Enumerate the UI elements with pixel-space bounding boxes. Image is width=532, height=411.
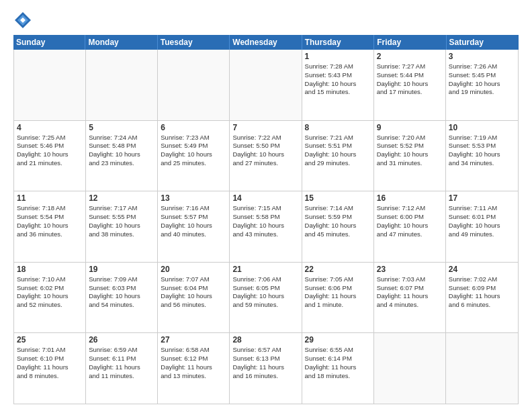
day-number: 27 xyxy=(161,335,226,345)
cal-cell: 21Sunrise: 7:06 AM Sunset: 6:05 PM Dayli… xyxy=(230,263,302,333)
day-info: Sunrise: 7:21 AM Sunset: 5:51 PM Dayligh… xyxy=(305,134,371,168)
day-number: 28 xyxy=(232,335,298,345)
cal-cell: 8Sunrise: 7:21 AM Sunset: 5:51 PM Daylig… xyxy=(302,121,374,191)
cal-cell xyxy=(230,50,302,120)
day-number: 10 xyxy=(449,123,515,132)
day-info: Sunrise: 7:03 AM Sunset: 6:07 PM Dayligh… xyxy=(377,275,443,310)
day-info: Sunrise: 7:05 AM Sunset: 6:06 PM Dayligh… xyxy=(305,275,371,310)
calendar: SundayMondayTuesdayWednesdayThursdayFrid… xyxy=(13,35,519,404)
cal-cell: 23Sunrise: 7:03 AM Sunset: 6:07 PM Dayli… xyxy=(374,263,446,333)
cal-cell xyxy=(14,50,86,120)
day-info: Sunrise: 7:09 AM Sunset: 6:03 PM Dayligh… xyxy=(89,275,154,310)
day-number: 19 xyxy=(89,265,154,274)
day-number: 4 xyxy=(17,123,83,132)
day-info: Sunrise: 6:57 AM Sunset: 6:13 PM Dayligh… xyxy=(232,346,298,380)
cal-cell: 27Sunrise: 6:58 AM Sunset: 6:12 PM Dayli… xyxy=(158,333,230,404)
cal-week-4: 18Sunrise: 7:10 AM Sunset: 6:02 PM Dayli… xyxy=(14,263,518,334)
cal-cell xyxy=(446,333,518,404)
day-number: 13 xyxy=(161,193,226,203)
day-info: Sunrise: 7:28 AM Sunset: 5:43 PM Dayligh… xyxy=(305,62,371,97)
calendar-body: 1Sunrise: 7:28 AM Sunset: 5:43 PM Daylig… xyxy=(13,50,519,404)
day-info: Sunrise: 7:17 AM Sunset: 5:55 PM Dayligh… xyxy=(89,204,154,238)
cal-week-1: 1Sunrise: 7:28 AM Sunset: 5:43 PM Daylig… xyxy=(14,50,518,121)
day-number: 26 xyxy=(89,335,154,345)
day-info: Sunrise: 7:11 AM Sunset: 6:01 PM Dayligh… xyxy=(449,204,515,238)
day-info: Sunrise: 7:20 AM Sunset: 5:52 PM Dayligh… xyxy=(377,134,443,168)
day-number: 21 xyxy=(232,265,298,274)
day-info: Sunrise: 6:58 AM Sunset: 6:12 PM Dayligh… xyxy=(161,346,226,380)
cal-cell xyxy=(374,333,446,404)
cal-week-2: 4Sunrise: 7:25 AM Sunset: 5:46 PM Daylig… xyxy=(14,121,518,192)
day-number: 16 xyxy=(377,193,443,203)
cal-cell: 11Sunrise: 7:18 AM Sunset: 5:54 PM Dayli… xyxy=(14,191,86,262)
day-info: Sunrise: 7:22 AM Sunset: 5:50 PM Dayligh… xyxy=(232,134,298,168)
cal-header-friday: Friday xyxy=(374,35,446,50)
day-number: 20 xyxy=(161,265,226,274)
day-number: 29 xyxy=(305,335,371,345)
header xyxy=(13,11,519,30)
cal-cell: 25Sunrise: 7:01 AM Sunset: 6:10 PM Dayli… xyxy=(14,333,86,404)
cal-cell: 6Sunrise: 7:23 AM Sunset: 5:49 PM Daylig… xyxy=(158,121,230,191)
cal-cell: 18Sunrise: 7:10 AM Sunset: 6:02 PM Dayli… xyxy=(14,263,86,333)
cal-cell xyxy=(86,50,158,120)
cal-cell: 3Sunrise: 7:26 AM Sunset: 5:45 PM Daylig… xyxy=(446,50,518,120)
cal-cell: 13Sunrise: 7:16 AM Sunset: 5:57 PM Dayli… xyxy=(158,191,230,262)
cal-cell: 9Sunrise: 7:20 AM Sunset: 5:52 PM Daylig… xyxy=(374,121,446,191)
cal-header-tuesday: Tuesday xyxy=(158,35,230,50)
day-number: 7 xyxy=(232,123,298,132)
day-info: Sunrise: 7:06 AM Sunset: 6:05 PM Dayligh… xyxy=(232,275,298,310)
cal-cell: 5Sunrise: 7:24 AM Sunset: 5:48 PM Daylig… xyxy=(86,121,158,191)
day-number: 17 xyxy=(449,193,515,203)
calendar-header-row: SundayMondayTuesdayWednesdayThursdayFrid… xyxy=(13,35,519,50)
logo xyxy=(13,11,35,30)
cal-cell: 20Sunrise: 7:07 AM Sunset: 6:04 PM Dayli… xyxy=(158,263,230,333)
day-number: 12 xyxy=(89,193,154,203)
day-info: Sunrise: 7:12 AM Sunset: 6:00 PM Dayligh… xyxy=(377,204,443,238)
day-number: 15 xyxy=(305,193,371,203)
cal-cell: 22Sunrise: 7:05 AM Sunset: 6:06 PM Dayli… xyxy=(302,263,374,333)
day-number: 11 xyxy=(17,193,83,203)
cal-cell: 12Sunrise: 7:17 AM Sunset: 5:55 PM Dayli… xyxy=(86,191,158,262)
day-info: Sunrise: 7:27 AM Sunset: 5:44 PM Dayligh… xyxy=(377,62,443,97)
day-info: Sunrise: 7:01 AM Sunset: 6:10 PM Dayligh… xyxy=(17,346,83,380)
cal-cell: 19Sunrise: 7:09 AM Sunset: 6:03 PM Dayli… xyxy=(86,263,158,333)
cal-cell: 1Sunrise: 7:28 AM Sunset: 5:43 PM Daylig… xyxy=(302,50,374,120)
day-number: 18 xyxy=(17,265,83,274)
day-info: Sunrise: 7:23 AM Sunset: 5:49 PM Dayligh… xyxy=(161,134,226,168)
day-info: Sunrise: 7:24 AM Sunset: 5:48 PM Dayligh… xyxy=(89,134,154,168)
day-number: 9 xyxy=(377,123,443,132)
page: SundayMondayTuesdayWednesdayThursdayFrid… xyxy=(0,0,532,411)
day-number: 14 xyxy=(232,193,298,203)
cal-header-sunday: Sunday xyxy=(13,35,85,50)
day-info: Sunrise: 7:16 AM Sunset: 5:57 PM Dayligh… xyxy=(161,204,226,238)
day-info: Sunrise: 7:10 AM Sunset: 6:02 PM Dayligh… xyxy=(17,275,83,310)
cal-header-wednesday: Wednesday xyxy=(230,35,302,50)
cal-cell: 28Sunrise: 6:57 AM Sunset: 6:13 PM Dayli… xyxy=(230,333,302,404)
day-number: 23 xyxy=(377,265,443,274)
logo-icon xyxy=(13,11,32,30)
cal-cell: 29Sunrise: 6:55 AM Sunset: 6:14 PM Dayli… xyxy=(302,333,374,404)
day-info: Sunrise: 7:14 AM Sunset: 5:59 PM Dayligh… xyxy=(305,204,371,238)
day-info: Sunrise: 7:26 AM Sunset: 5:45 PM Dayligh… xyxy=(449,62,515,97)
day-number: 5 xyxy=(89,123,154,132)
cal-header-thursday: Thursday xyxy=(302,35,374,50)
cal-header-saturday: Saturday xyxy=(447,35,519,50)
cal-cell: 26Sunrise: 6:59 AM Sunset: 6:11 PM Dayli… xyxy=(86,333,158,404)
cal-cell: 16Sunrise: 7:12 AM Sunset: 6:00 PM Dayli… xyxy=(374,191,446,262)
cal-cell: 17Sunrise: 7:11 AM Sunset: 6:01 PM Dayli… xyxy=(446,191,518,262)
cal-header-monday: Monday xyxy=(85,35,157,50)
day-number: 22 xyxy=(305,265,371,274)
day-number: 6 xyxy=(161,123,226,132)
day-number: 25 xyxy=(17,335,83,345)
day-number: 24 xyxy=(449,265,515,274)
cal-cell: 7Sunrise: 7:22 AM Sunset: 5:50 PM Daylig… xyxy=(230,121,302,191)
cal-week-5: 25Sunrise: 7:01 AM Sunset: 6:10 PM Dayli… xyxy=(14,333,518,404)
cal-cell: 2Sunrise: 7:27 AM Sunset: 5:44 PM Daylig… xyxy=(374,50,446,120)
day-info: Sunrise: 7:25 AM Sunset: 5:46 PM Dayligh… xyxy=(17,134,83,168)
cal-week-3: 11Sunrise: 7:18 AM Sunset: 5:54 PM Dayli… xyxy=(14,191,518,263)
cal-cell: 14Sunrise: 7:15 AM Sunset: 5:58 PM Dayli… xyxy=(230,191,302,262)
day-info: Sunrise: 7:15 AM Sunset: 5:58 PM Dayligh… xyxy=(232,204,298,238)
day-info: Sunrise: 7:02 AM Sunset: 6:09 PM Dayligh… xyxy=(449,275,515,310)
cal-cell: 15Sunrise: 7:14 AM Sunset: 5:59 PM Dayli… xyxy=(302,191,374,262)
cal-cell: 10Sunrise: 7:19 AM Sunset: 5:53 PM Dayli… xyxy=(446,121,518,191)
